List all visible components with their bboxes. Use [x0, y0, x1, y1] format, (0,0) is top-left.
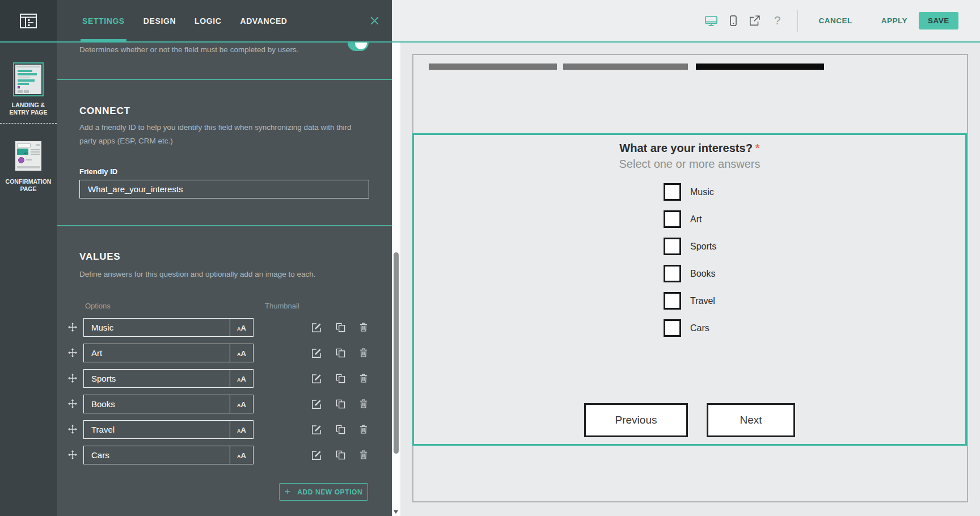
- checkbox[interactable]: [664, 265, 681, 282]
- confirmation-page-thumbnail: [13, 139, 44, 173]
- checkbox-label: Travel: [690, 296, 715, 306]
- save-button[interactable]: SAVE: [919, 12, 958, 29]
- desktop-preview-button[interactable]: [705, 16, 717, 26]
- tab-settings[interactable]: SETTINGS: [82, 0, 125, 41]
- duplicate-option-icon[interactable]: [336, 374, 345, 383]
- option-text-input[interactable]: [84, 348, 230, 358]
- duplicate-option-icon[interactable]: [336, 323, 345, 332]
- checkbox[interactable]: [664, 319, 681, 337]
- edit-option-icon[interactable]: [311, 373, 322, 384]
- checkbox[interactable]: [664, 238, 681, 255]
- option-text-input[interactable]: [84, 425, 230, 434]
- delete-option-icon[interactable]: [360, 323, 368, 332]
- app-logo[interactable]: [0, 0, 57, 41]
- help-button[interactable]: ?: [774, 14, 780, 27]
- duplicate-option-icon[interactable]: [336, 399, 345, 409]
- drag-handle-icon[interactable]: [68, 374, 77, 383]
- option-text-input[interactable]: [84, 450, 230, 460]
- sidebar-item-label: CONFIRMATION PAGE: [3, 178, 53, 193]
- scrollbar-thumb[interactable]: [394, 252, 399, 454]
- delete-option-icon[interactable]: [360, 399, 368, 408]
- option-text-input[interactable]: [84, 323, 230, 332]
- tab-logic[interactable]: LOGIC: [195, 0, 221, 41]
- apply-button[interactable]: APPLY: [881, 16, 907, 25]
- text-format-icon[interactable]: AA: [230, 446, 253, 464]
- text-format-icon[interactable]: AA: [230, 395, 253, 413]
- option-row: AA: [57, 369, 392, 388]
- delete-option-icon[interactable]: [360, 425, 368, 434]
- text-format-icon[interactable]: AA: [230, 370, 253, 387]
- option-input-box: AA: [83, 369, 254, 388]
- friendly-id-input[interactable]: [79, 180, 369, 198]
- choice-row: Travel: [664, 292, 716, 310]
- text-format-icon[interactable]: AA: [230, 421, 253, 438]
- choice-row: Cars: [664, 319, 716, 337]
- sidebar-item-landing-entry-page[interactable]: LANDING & ENTRY PAGE: [0, 43, 57, 116]
- choice-row: Music: [664, 183, 716, 201]
- tab-design[interactable]: DESIGN: [143, 0, 176, 41]
- close-panel-button[interactable]: [370, 16, 379, 26]
- delete-option-icon[interactable]: [360, 374, 368, 383]
- required-toggle[interactable]: [348, 43, 369, 51]
- edit-option-icon[interactable]: [311, 348, 322, 358]
- form-builder-app: SETTINGS DESIGN LOGIC ADVANCED ? CANCEL …: [0, 0, 980, 516]
- choice-row: Art: [664, 210, 716, 228]
- previous-button[interactable]: Previous: [584, 403, 688, 437]
- option-input-box: AA: [83, 344, 254, 362]
- edit-option-icon[interactable]: [311, 424, 322, 435]
- drag-handle-icon[interactable]: [68, 425, 77, 434]
- edit-option-icon[interactable]: [311, 450, 322, 460]
- cancel-button[interactable]: CANCEL: [818, 16, 852, 25]
- progress-step-1: [429, 64, 557, 70]
- question-title: What are your interests?*: [414, 142, 965, 155]
- question-subtitle: Select one or more answers: [414, 158, 965, 171]
- option-text-input[interactable]: [84, 399, 230, 409]
- tab-advanced[interactable]: ADVANCED: [240, 0, 287, 41]
- checkbox[interactable]: [664, 292, 681, 310]
- duplicate-option-icon[interactable]: [336, 425, 345, 434]
- scroll-down-arrow-icon[interactable]: [394, 510, 398, 514]
- checkbox[interactable]: [664, 183, 681, 201]
- form-canvas: What are your interests?* Select one or …: [412, 54, 968, 502]
- selected-question-block[interactable]: What are your interests?* Select one or …: [412, 133, 967, 446]
- progress-step-3-active: [696, 64, 824, 70]
- checkbox-label: Sports: [690, 242, 716, 252]
- text-format-icon[interactable]: AA: [230, 344, 253, 362]
- delete-option-icon[interactable]: [360, 348, 368, 357]
- mobile-preview-button[interactable]: [730, 15, 737, 26]
- sidebar-item-confirmation-page[interactable]: CONFIRMATION PAGE: [0, 124, 57, 193]
- checkbox[interactable]: [664, 210, 681, 228]
- open-preview-button[interactable]: [749, 15, 760, 26]
- edit-option-icon[interactable]: [311, 322, 322, 333]
- progress-bar: [429, 64, 824, 70]
- checkbox-label: Cars: [690, 323, 709, 333]
- drag-handle-icon[interactable]: [68, 450, 77, 459]
- drag-handle-icon[interactable]: [68, 323, 77, 332]
- text-format-icon[interactable]: AA: [230, 319, 253, 336]
- smartphone-icon: [730, 15, 737, 26]
- panel-scrollbar[interactable]: [392, 43, 400, 516]
- option-input-box: AA: [83, 446, 254, 464]
- plus-icon: +: [285, 486, 291, 497]
- next-button[interactable]: Next: [707, 403, 795, 437]
- required-asterisk: *: [755, 142, 760, 154]
- form-builder-logo-icon: [20, 14, 37, 28]
- friendly-id-label: Friendly ID: [79, 167, 117, 176]
- sidebar-item-label: LANDING & ENTRY PAGE: [3, 101, 53, 116]
- option-input-box: AA: [83, 395, 254, 413]
- drag-handle-icon[interactable]: [68, 348, 77, 357]
- duplicate-option-icon[interactable]: [336, 348, 345, 358]
- edit-option-icon[interactable]: [311, 399, 322, 409]
- option-text-input[interactable]: [84, 374, 230, 383]
- thumbnail-column-header: Thumbnail: [265, 302, 299, 310]
- section-divider: [57, 79, 392, 80]
- duplicate-option-icon[interactable]: [336, 450, 345, 460]
- external-link-icon: [749, 15, 760, 26]
- add-new-option-button[interactable]: + ADD NEW OPTION: [279, 483, 368, 501]
- drag-handle-icon[interactable]: [68, 399, 77, 408]
- progress-step-2: [563, 64, 688, 70]
- option-input-box: AA: [83, 420, 254, 439]
- delete-option-icon[interactable]: [360, 450, 368, 459]
- option-row: AA: [57, 344, 392, 362]
- option-row: AA: [57, 420, 392, 439]
